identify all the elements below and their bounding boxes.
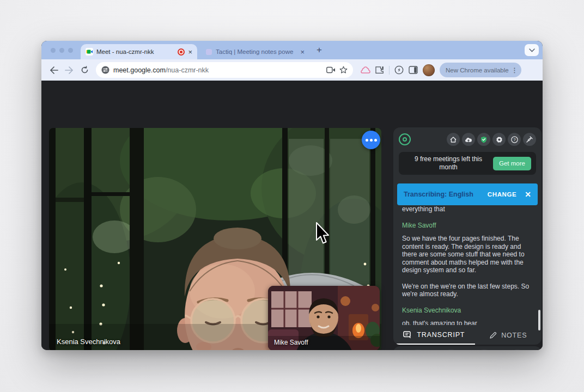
address-bar[interactable]: meet.google.com/nua-czmr-nkk <box>96 62 353 78</box>
change-language-button[interactable]: CHANGE <box>488 191 516 198</box>
tab-meet[interactable]: Meet - nua-czmr-nkk × <box>81 44 197 59</box>
chevron-down-icon <box>529 48 535 52</box>
browser-toolbar: meet.google.com/nua-czmr-nkk New Chrome … <box>41 59 543 81</box>
new-tab-button[interactable]: + <box>313 44 326 57</box>
transcript-speaker: Mike Savoff <box>402 222 533 230</box>
browser-window: Meet - nua-czmr-nkk × Tactiq | Meeting n… <box>41 41 543 350</box>
chat-notification-bubble[interactable] <box>362 131 380 149</box>
tactiq-favicon-icon <box>205 48 212 56</box>
traffic-light-minimize[interactable] <box>59 48 64 53</box>
shield-check-icon <box>480 136 487 143</box>
settings-button[interactable] <box>492 133 506 146</box>
transcribing-banner: Transcribing: English CHANGE ✕ <box>397 183 538 205</box>
back-button[interactable] <box>47 63 61 77</box>
chrome-update-pill[interactable]: New Chrome available ⋮ <box>440 63 521 77</box>
pin-panel-button[interactable] <box>523 133 536 146</box>
tactiq-action-bar <box>393 346 542 350</box>
meet-page: Ksenia Svechnikova <box>41 81 543 350</box>
pin-icon <box>526 136 533 143</box>
reload-icon <box>81 66 89 74</box>
forward-button[interactable] <box>62 63 76 77</box>
tab-close-icon[interactable]: × <box>300 48 305 56</box>
get-more-button[interactable]: Get more <box>493 157 531 170</box>
tab-strip: Meet - nua-czmr-nkk × Tactiq | Meeting n… <box>41 41 543 59</box>
notes-pencil-icon <box>489 332 497 339</box>
profile-avatar[interactable] <box>423 64 435 76</box>
update-pill-label: New Chrome available <box>446 67 509 74</box>
traffic-light-close[interactable] <box>51 48 56 53</box>
gear-icon <box>496 136 503 143</box>
tactiq-logo-icon <box>399 133 411 145</box>
reload-button[interactable] <box>77 63 92 77</box>
tactiq-tab-bar: TRANSCRIPT NOTES <box>393 326 542 345</box>
tab-close-icon[interactable]: × <box>188 48 192 56</box>
extensions-area: New Chrome available ⋮ <box>361 63 521 77</box>
export-docs-button[interactable] <box>440 350 463 350</box>
tab-search-chevron-button[interactable] <box>525 44 539 56</box>
transcript-text: everything that <box>402 205 533 213</box>
close-banner-icon[interactable]: ✕ <box>525 190 531 199</box>
transcript-list[interactable]: everything that Mike Savoff So we have t… <box>402 205 533 325</box>
upload-button[interactable] <box>462 133 475 146</box>
pip-video-tile[interactable]: Mike Savoff <box>268 286 380 350</box>
quota-text: 9 free meetings left this month <box>404 155 493 171</box>
quota-card: 9 free meetings left this month Get more <box>399 152 536 175</box>
tab-title: Tactiq | Meeting notes powe <box>216 48 297 55</box>
transcript-text: So we have the four pages finished. The … <box>402 235 533 274</box>
forward-arrow-icon <box>65 66 74 74</box>
media-capture-icon[interactable] <box>326 66 336 74</box>
help-icon: ? <box>511 136 518 143</box>
url-text: meet.google.com/nua-czmr-nkk <box>113 66 209 74</box>
tab-tactiq[interactable]: Tactiq | Meeting notes powe × <box>200 44 309 59</box>
transcript-text: We're on the we're on the last few steps… <box>402 283 533 298</box>
transcript-chat-icon <box>403 331 412 339</box>
tab-title: Meet - nua-czmr-nkk <box>96 48 174 55</box>
help-button[interactable]: ? <box>508 133 521 146</box>
recording-indicator-icon <box>178 48 185 56</box>
tactiq-header: ? <box>393 127 542 151</box>
battery-saver-icon[interactable] <box>394 65 404 75</box>
notes-tab-label: NOTES <box>501 332 527 339</box>
screenshot-button[interactable] <box>473 350 496 350</box>
traffic-light-zoom[interactable] <box>68 48 73 53</box>
pause-transcription-button[interactable] <box>506 350 529 350</box>
desktop: Meet - nua-czmr-nkk × Tactiq | Meeting n… <box>0 0 584 392</box>
toolbar-divider <box>389 66 390 75</box>
transcribing-label: Transcribing: English <box>404 191 473 198</box>
site-settings-icon <box>101 66 110 74</box>
tactiq-panel: ? 9 free meetings left this month Get mo… <box>393 127 542 345</box>
meet-favicon-icon <box>86 48 93 56</box>
transcript-text: oh, that's amazing to hear <box>402 320 533 325</box>
pink-extension-icon[interactable] <box>361 66 370 75</box>
extensions-puzzle-icon[interactable] <box>375 66 384 75</box>
more-vertical-icon[interactable]: ⋮ <box>512 66 518 74</box>
home-icon <box>450 137 457 143</box>
back-arrow-icon <box>50 66 58 74</box>
side-panel-icon[interactable] <box>409 66 418 74</box>
privacy-button[interactable] <box>477 133 490 146</box>
share-button[interactable] <box>406 350 429 350</box>
svg-text:?: ? <box>513 137 516 142</box>
bookmark-star-icon[interactable] <box>339 66 348 74</box>
cloud-upload-icon <box>465 137 472 143</box>
participant-name-label: Ksenia Svechnikova <box>57 338 120 346</box>
home-button[interactable] <box>447 133 460 146</box>
tab-transcript[interactable]: TRANSCRIPT <box>393 326 475 345</box>
tab-notes[interactable]: NOTES <box>475 326 542 345</box>
transcript-tab-label: TRANSCRIPT <box>417 331 465 339</box>
transcript-speaker: Ksenia Svechnikova <box>402 307 533 315</box>
pip-name-label: Mike Savoff <box>274 339 308 346</box>
